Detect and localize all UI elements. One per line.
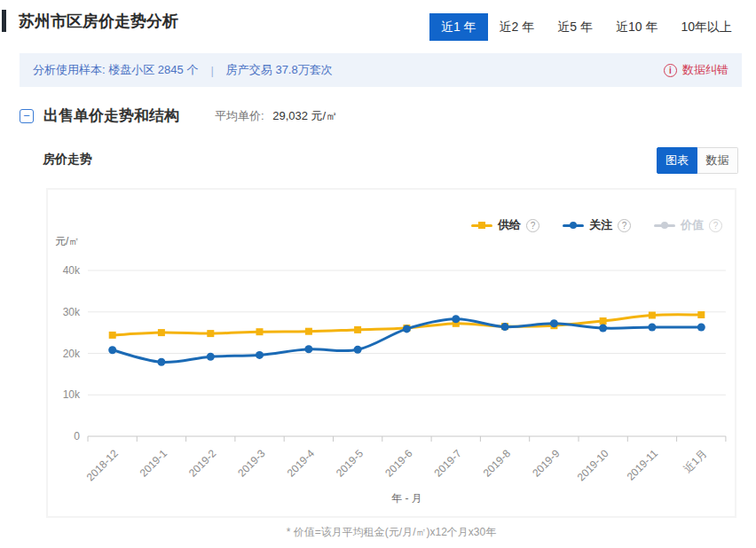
sample-item-transactions: 房产交易 37.8万套次 <box>226 62 333 78</box>
circle-marker-icon <box>563 224 584 227</box>
svg-text:年 - 月: 年 - 月 <box>391 492 422 505</box>
legend-item-0[interactable]: 供给? <box>471 217 539 233</box>
sample-divider: | <box>210 64 213 77</box>
time-range-tab[interactable]: 10年以上 <box>669 13 744 41</box>
help-icon[interactable]: ? <box>709 219 722 232</box>
svg-text:2019-5: 2019-5 <box>334 447 366 480</box>
chart-container: 40k30k20k10k0元/㎡2018-122019-12019-22019-… <box>46 188 736 518</box>
svg-text:2019-7: 2019-7 <box>432 447 465 480</box>
report-error-button[interactable]: i 数据纠错 <box>664 62 728 78</box>
chart-view-button[interactable]: 图表 <box>657 147 697 174</box>
chart-footnote: * 价值=该月平均租金(元/月/㎡)x12个月x30年 <box>46 525 736 540</box>
help-icon[interactable]: ? <box>618 219 631 232</box>
svg-text:近1月: 近1月 <box>681 447 710 475</box>
legend-label: 价值 <box>681 217 704 233</box>
circle-marker-icon <box>654 224 675 227</box>
chart-title: 房价走势 <box>43 152 92 168</box>
report-error-label: 数据纠错 <box>682 62 728 78</box>
svg-text:40k: 40k <box>63 264 81 277</box>
average-price: 平均单价: 29,032 元/㎡ <box>215 108 337 124</box>
legend-label: 关注 <box>589 217 612 233</box>
svg-text:2019-4: 2019-4 <box>285 447 318 480</box>
info-icon: i <box>664 64 677 77</box>
time-range-tabs: 近1 年近2 年近5 年近10 年10年以上 <box>429 13 744 41</box>
average-price-label: 平均单价: <box>215 109 264 122</box>
svg-text:2019-9: 2019-9 <box>530 447 563 480</box>
view-toggle: 图表数据 <box>657 147 738 174</box>
page-title: 苏州市区房价走势分析 <box>19 11 178 32</box>
square-marker-icon <box>471 224 492 227</box>
svg-text:2019-2: 2019-2 <box>186 447 219 480</box>
section-title: 出售单价走势和结构 <box>43 106 179 126</box>
sample-item-communities: 楼盘小区 2845 个 <box>108 62 198 78</box>
sample-label: 分析使用样本: <box>33 62 106 78</box>
time-range-tab[interactable]: 近2 年 <box>488 13 547 41</box>
svg-text:2019-6: 2019-6 <box>382 447 415 480</box>
svg-text:元/㎡: 元/㎡ <box>55 235 79 247</box>
legend-label: 供给 <box>498 217 521 233</box>
title-accent-bar <box>2 10 6 32</box>
time-range-tab[interactable]: 近5 年 <box>546 13 604 41</box>
time-range-tab[interactable]: 近1 年 <box>429 13 488 41</box>
legend-item-1[interactable]: 关注? <box>563 217 631 233</box>
help-icon[interactable]: ? <box>526 219 539 232</box>
sample-info-bar: 分析使用样本: 楼盘小区 2845 个 | 房产交易 37.8万套次 i 数据纠… <box>20 53 742 87</box>
svg-text:20k: 20k <box>63 348 81 360</box>
svg-text:0: 0 <box>74 430 80 442</box>
chart-legend: 供给?关注?价值? <box>471 217 722 233</box>
collapse-icon[interactable]: − <box>20 109 34 123</box>
svg-text:2019-11: 2019-11 <box>625 447 661 483</box>
svg-text:2018-12: 2018-12 <box>84 447 121 483</box>
svg-text:2019-1: 2019-1 <box>138 447 170 480</box>
svg-text:10k: 10k <box>63 388 81 401</box>
svg-text:30k: 30k <box>63 306 81 318</box>
section-header: − 出售单价走势和结构 平均单价: 29,032 元/㎡ <box>20 106 337 126</box>
data-view-button[interactable]: 数据 <box>697 147 738 174</box>
svg-text:2019-3: 2019-3 <box>235 447 268 480</box>
legend-item-2[interactable]: 价值? <box>654 217 722 233</box>
time-range-tab[interactable]: 近10 年 <box>604 13 669 41</box>
average-price-value: 29,032 元/㎡ <box>272 109 337 122</box>
svg-text:2019-10: 2019-10 <box>575 447 611 483</box>
svg-text:2019-8: 2019-8 <box>481 447 514 480</box>
chart-canvas: 40k30k20k10k0元/㎡2018-122019-12019-22019-… <box>48 190 735 516</box>
